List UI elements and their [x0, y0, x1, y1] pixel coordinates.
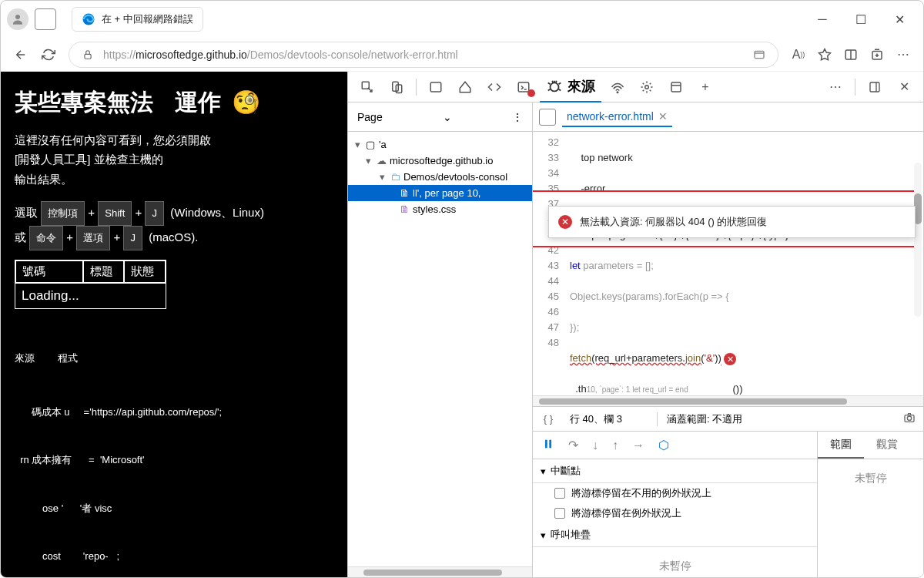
network-tab-icon[interactable]: [604, 74, 631, 100]
maximize-button[interactable]: ☐: [843, 7, 879, 32]
cloud-icon: ☁: [376, 156, 387, 166]
step-over-icon[interactable]: ↷: [568, 438, 578, 452]
kbd: J: [145, 201, 164, 226]
checkbox[interactable]: [554, 508, 565, 519]
code-body[interactable]: top network -error. ht in per page `${ur…: [564, 132, 923, 395]
not-paused-label: 未暫停: [533, 547, 817, 577]
svg-rect-15: [870, 82, 879, 92]
h-scrollbar[interactable]: [533, 395, 923, 406]
browser-tab[interactable]: 在 + 中回報網路錯誤: [72, 7, 203, 32]
loading-text: Loading...: [15, 283, 166, 309]
svg-rect-18: [545, 439, 547, 448]
devtools-close-icon[interactable]: ✕: [891, 74, 917, 100]
th-status: 狀態: [124, 260, 166, 283]
elements-tab-icon[interactable]: [452, 74, 478, 100]
th-number: 號碼: [15, 260, 83, 283]
edge-icon: [82, 12, 95, 26]
scope-pane: 範圍 觀賞 未暫停: [818, 432, 923, 577]
folder-icon: 🗀: [390, 172, 400, 183]
scope-tab[interactable]: 範圍: [818, 432, 864, 459]
svg-rect-2: [85, 54, 91, 59]
workspaces-icon[interactable]: [35, 8, 56, 30]
url-text: https://microsoftedge.github.io/Demos/de…: [103, 49, 458, 61]
checkbox[interactable]: [554, 488, 565, 499]
page-tab-label[interactable]: Page: [357, 111, 383, 123]
step-icon[interactable]: →: [632, 439, 644, 452]
results-table: 號碼 標題 狀態: [15, 260, 166, 284]
kbd: 控制項: [41, 201, 85, 226]
svg-rect-3: [755, 51, 764, 58]
chevron-down-icon[interactable]: ⌄: [443, 111, 452, 123]
console-tab-icon[interactable]: [511, 74, 537, 100]
close-button[interactable]: ✕: [882, 7, 917, 32]
kbd: 命令: [29, 226, 63, 250]
tree-file-css[interactable]: 🗎styles.css: [348, 201, 532, 217]
more-tools-icon[interactable]: ⋯: [822, 74, 849, 100]
dock-icon[interactable]: [862, 74, 888, 100]
page-paragraph: 這裡沒有任何內容可看到，您必須開啟 [開發人員工具] 並檢查主機的 輸出結果。: [15, 130, 333, 190]
tree-file-selected[interactable]: 🗎ll', per page 10,: [348, 185, 532, 201]
code-editor: network-error.html✕ 32333435374041424344…: [533, 102, 923, 577]
kbd: J: [123, 226, 142, 250]
tree-host[interactable]: ▾☁microsoftedge.github.io: [348, 153, 532, 169]
not-paused-label: 未暫停: [818, 459, 923, 577]
profile-avatar[interactable]: [7, 8, 28, 30]
page-code: 來源程式 碼成本 u ='https://api.github.com/repo…: [15, 318, 333, 577]
svg-rect-14: [671, 82, 681, 92]
app-icon[interactable]: [752, 47, 767, 62]
file-icon: 🗎: [399, 204, 410, 215]
chevron-down-icon: ▾: [541, 529, 546, 541]
file-navigator: Page ⌄ ⋮ ▾▢'a ▾☁microsoftedge.github.io …: [348, 102, 533, 577]
breakpoints-section[interactable]: ▾中斷點: [533, 459, 817, 483]
tab-title: 在 + 中回報網路錯誤: [102, 12, 193, 26]
devtools-panel: 來源 + ⋯ ✕ Page ⌄ ⋮ ▾▢'a ▾☁micros: [347, 72, 923, 577]
split-icon[interactable]: [843, 47, 859, 62]
inspect-icon[interactable]: [354, 74, 380, 100]
minimize-button[interactable]: ─: [805, 7, 840, 32]
svg-point-13: [645, 85, 649, 89]
th-title: 標題: [83, 260, 125, 283]
error-badge: [527, 89, 535, 97]
kbd: Shift: [98, 201, 132, 226]
svg-point-11: [551, 82, 559, 91]
more-icon[interactable]: ⋮: [512, 111, 523, 123]
editor-tab[interactable]: network-error.html✕: [562, 107, 672, 127]
code-tab-icon[interactable]: [481, 74, 507, 100]
v-scrollbar[interactable]: [914, 163, 922, 317]
read-aloud-icon[interactable]: A)): [791, 47, 806, 62]
camera-icon[interactable]: [896, 412, 923, 426]
step-into-icon[interactable]: ↓: [592, 439, 598, 452]
pause-exception-check[interactable]: 將游標停留在不用的例外狀況上: [533, 483, 817, 503]
editor-toggle-icon[interactable]: [539, 109, 556, 126]
window-icon: ▢: [365, 139, 376, 150]
svg-point-17: [907, 416, 911, 420]
more-icon[interactable]: ⋯: [896, 47, 911, 62]
pause-button[interactable]: [542, 438, 554, 453]
close-icon[interactable]: ✕: [658, 110, 668, 123]
address-bar[interactable]: https://microsoftedge.github.io/Demos/de…: [69, 42, 778, 68]
collections-icon[interactable]: [869, 47, 885, 62]
favorites-icon[interactable]: [817, 47, 832, 62]
devtools-tabs: 來源 + ⋯ ✕: [348, 72, 923, 102]
file-icon: 🗎: [399, 188, 410, 199]
application-tab-icon[interactable]: [663, 74, 689, 100]
svg-rect-10: [518, 82, 529, 92]
back-button[interactable]: [13, 47, 28, 62]
callstack-section[interactable]: ▾呼叫堆疊: [533, 523, 817, 547]
svg-point-0: [15, 15, 20, 19]
sources-tab[interactable]: 來源: [540, 72, 601, 102]
error-icon[interactable]: ✕: [724, 353, 736, 365]
h-scrollbar[interactable]: [348, 566, 532, 577]
deactivate-bp-icon[interactable]: ⬡: [658, 438, 669, 452]
device-icon[interactable]: [383, 74, 410, 100]
pause-caught-check[interactable]: 將游標停留在例外狀況上: [533, 503, 817, 523]
watch-tab[interactable]: 觀賞: [864, 432, 910, 459]
format-icon[interactable]: { }: [533, 413, 564, 425]
welcome-tab-icon[interactable]: [423, 74, 449, 100]
step-out-icon[interactable]: ↑: [612, 439, 618, 452]
add-tab-icon[interactable]: +: [692, 74, 718, 100]
tree-folder[interactable]: ▾🗀Demos/devtools-consol: [348, 169, 532, 185]
refresh-button[interactable]: [41, 47, 56, 62]
tree-root[interactable]: ▾▢'a: [348, 136, 532, 153]
performance-tab-icon[interactable]: [634, 74, 660, 100]
